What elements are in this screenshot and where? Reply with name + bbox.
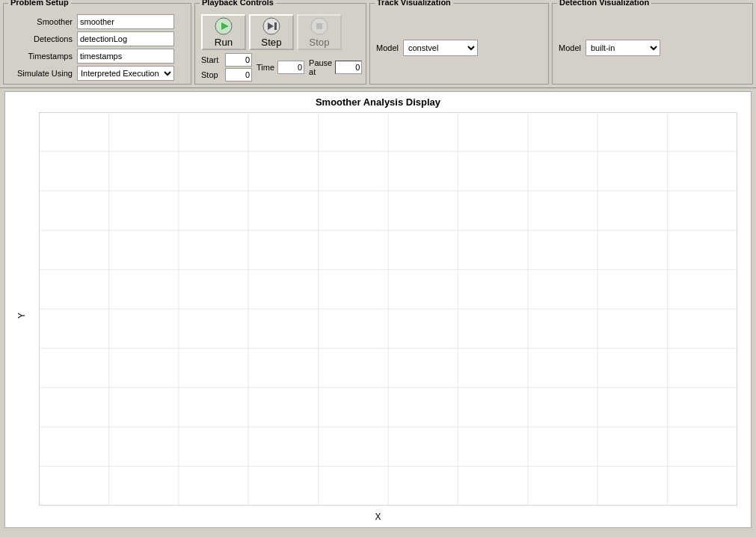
detections-label: Detections: [10, 34, 77, 43]
time-label: Time: [256, 63, 274, 72]
time-input[interactable]: [277, 61, 304, 74]
timestamps-input[interactable]: [77, 49, 174, 64]
timestamps-label: Timestamps: [10, 52, 77, 61]
step-icon: [262, 17, 280, 35]
start-label: Start: [201, 55, 224, 64]
stop-label: Stop: [309, 37, 329, 48]
stop-button[interactable]: Stop: [297, 14, 342, 50]
track-visualization-title: Track Visualization: [375, 0, 453, 7]
x-axis-label: X: [375, 512, 381, 522]
step-label: Step: [261, 37, 281, 48]
pause-label: Pause at: [309, 58, 332, 76]
smoother-input[interactable]: [77, 14, 174, 29]
detection-model-label: Model: [559, 43, 581, 52]
stop-icon: [310, 17, 328, 35]
svg-rect-6: [316, 23, 322, 29]
detection-model-select[interactable]: built-in custom: [586, 40, 660, 56]
run-label: Run: [215, 37, 233, 48]
smoother-label: Smoother: [10, 17, 77, 26]
y-axis-label: Y: [16, 313, 27, 319]
track-model-label: Model: [376, 43, 399, 52]
svg-rect-4: [274, 22, 277, 30]
chart-svg: 0 0.1 0.2 0.3 0.4 0.5 0.6 0.7 0.8 0.9 1 …: [39, 112, 737, 506]
detections-input[interactable]: [77, 31, 174, 46]
run-icon: [215, 17, 233, 35]
pause-input[interactable]: [335, 61, 362, 74]
stop-val-label: Stop: [201, 70, 224, 79]
playback-controls-title: Playback Controls: [200, 0, 276, 7]
detection-visualization-title: Detection Visualization: [557, 0, 651, 7]
run-button[interactable]: Run: [201, 14, 246, 50]
stop-val-input[interactable]: [225, 68, 252, 82]
step-button[interactable]: Step: [249, 14, 294, 50]
track-model-select[interactable]: constvel constacc singer: [403, 40, 478, 56]
chart-title: Smoother Analysis Display: [5, 92, 751, 109]
start-input[interactable]: [225, 53, 252, 67]
problem-setup-title: Problem Setup: [8, 0, 71, 7]
simulate-label: Simulate Using: [10, 69, 77, 78]
simulate-select[interactable]: Interpreted Execution: [77, 66, 174, 81]
